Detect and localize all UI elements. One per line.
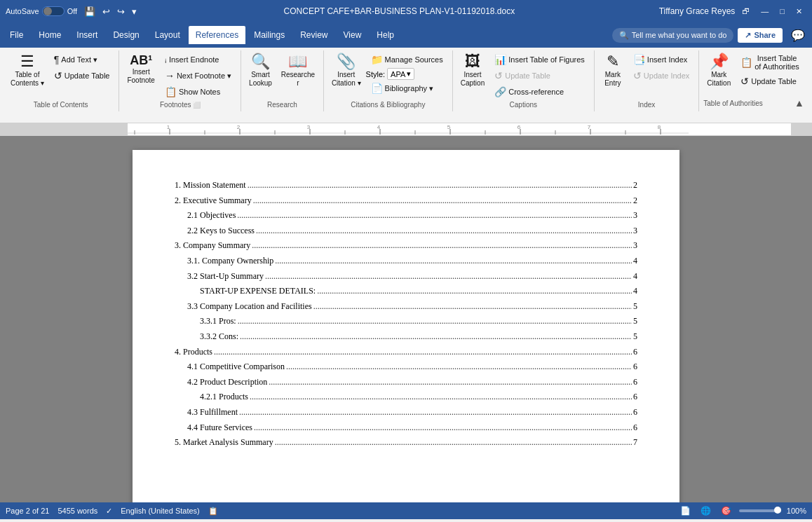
endnote-icon: ᵢ — [165, 54, 167, 65]
focus-mode-button[interactable]: 🎯 — [719, 504, 733, 517]
group-citations: 📎 InsertCitation ▾ 📁 Manage Sources Styl… — [324, 50, 453, 111]
menu-mailings[interactable]: Mailings — [247, 26, 292, 44]
close-button[interactable]: ✕ — [792, 6, 806, 18]
bibliography-icon: 📄 — [371, 83, 383, 94]
smart-lookup-icon: 🔍 — [251, 54, 270, 69]
insert-index-button[interactable]: 📑 Insert Index — [628, 52, 694, 67]
toc-page: 6 — [632, 420, 637, 436]
menu-references[interactable]: References — [189, 26, 245, 44]
mark-entry-button[interactable]: ✎ MarkEntry — [599, 52, 627, 90]
mark-entry-icon: ✎ — [607, 54, 619, 69]
web-layout-button[interactable]: 🌐 — [698, 504, 713, 517]
autosave-control[interactable]: AutoSave Off — [6, 6, 77, 16]
zoom-slider[interactable] — [739, 509, 781, 512]
toc-text: 4.1 Competitive Comparison — [187, 359, 285, 375]
captions-stack: 📊 Insert Table of Figures ↺ Update Table… — [489, 52, 590, 99]
table-of-contents-button[interactable]: ☰ Table ofContents ▾ — [7, 52, 48, 90]
redo-button[interactable]: ↪ — [114, 5, 128, 18]
track-changes-icon: 📋 — [208, 507, 218, 516]
svg-text:6: 6 — [517, 124, 521, 130]
group-citations-content: 📎 InsertCitation ▾ 📁 Manage Sources Styl… — [328, 50, 448, 99]
update-table-authorities-button[interactable]: ↺ Update Table — [736, 74, 804, 89]
menu-insert[interactable]: Insert — [69, 26, 104, 44]
toc-text: 3.3 Company Location and Facilities — [187, 299, 312, 315]
menu-file[interactable]: File — [3, 26, 30, 44]
toc-dots: ........................................… — [264, 269, 632, 284]
toc-text: 4.3 Fulfillment — [187, 405, 238, 420]
customize-qa-button[interactable]: ▾ — [129, 5, 140, 18]
print-layout-button[interactable]: 📄 — [678, 504, 693, 517]
menu-review[interactable]: Review — [293, 26, 334, 44]
toc-dots: ........................................… — [236, 314, 632, 329]
add-text-icon: ¶ — [54, 54, 60, 65]
document-area[interactable]: 1. Mission Statement ...................… — [0, 136, 812, 502]
footnotes-expand-icon[interactable]: ⬜ — [193, 102, 201, 109]
toc-entry: 4.1 Competitive Comparison .............… — [187, 359, 637, 375]
cross-reference-button[interactable]: 🔗 Cross-reference — [489, 84, 590, 99]
toc-text: 2. Executive Summary — [175, 193, 252, 209]
smart-lookup-button[interactable]: 🔍 SmartLookup — [245, 52, 276, 90]
menu-bar: File Home Insert Design Layout Reference… — [0, 22, 812, 48]
update-table-button[interactable]: ↺ Update Table — [49, 68, 115, 83]
insert-table-of-figures-button[interactable]: 📊 Insert Table of Figures — [489, 52, 590, 67]
show-notes-button[interactable]: 📋 Show Notes — [160, 84, 236, 99]
mark-citation-button[interactable]: 📌 MarkCitation — [703, 52, 734, 90]
bibliography-button[interactable]: 📄 Bibliography ▾ — [366, 81, 448, 96]
menu-layout[interactable]: Layout — [148, 26, 187, 44]
menu-help[interactable]: Help — [370, 26, 401, 44]
insert-footnote-button[interactable]: AB¹ InsertFootnote — [123, 52, 158, 87]
svg-text:5: 5 — [447, 124, 451, 130]
style-select[interactable]: APA ▾ — [387, 68, 414, 80]
minimize-button[interactable]: — — [757, 6, 773, 17]
toc-page: 5 — [632, 329, 637, 345]
toc-entry: 3.2 Start-Up Summary ...................… — [187, 269, 637, 284]
style-dropdown-icon: ▾ — [407, 69, 411, 78]
insert-table-authorities-button[interactable]: 📋 Insert Tableof Authorities — [736, 52, 804, 73]
toc-entry: 4.3 Fulfillment ........................… — [187, 405, 637, 420]
researcher-button[interactable]: 📖 Researcher — [277, 52, 319, 90]
authorities-collapse-icon[interactable]: ▲ — [794, 97, 804, 109]
update-index-icon: ↺ — [633, 70, 642, 81]
menu-view[interactable]: View — [337, 26, 369, 44]
maximize-button[interactable]: □ — [776, 6, 789, 17]
group-captions-content: 🖼 InsertCaption 📊 Insert Table of Figure… — [457, 50, 590, 99]
style-label: Style: — [366, 70, 386, 78]
zoom-thumb — [774, 507, 781, 514]
toc-entry: 2.1 Objectives .........................… — [187, 208, 637, 224]
svg-text:2: 2 — [237, 124, 241, 130]
ruler: 1 2 3 4 5 6 7 8 — [0, 123, 812, 136]
tell-me-input[interactable]: 🔍 Tell me what you want to do — [612, 28, 734, 43]
toc-entry: START-UP EXPENSE DETAILS: ..............… — [200, 284, 637, 299]
restore-window-button[interactable]: 🗗 — [738, 6, 754, 17]
toc-entry: 4. Products ............................… — [175, 345, 637, 360]
toc-page: 2 — [632, 193, 637, 209]
toc-text: 4.2 Product Description — [187, 375, 267, 390]
save-button[interactable]: 💾 — [81, 5, 98, 18]
insert-caption-button[interactable]: 🖼 InsertCaption — [457, 52, 488, 90]
menu-right-actions: 🔍 Tell me what you want to do ↗ Share 💬 — [612, 27, 809, 43]
toc-text: 3. Company Summary — [175, 238, 250, 254]
toc-dots: ........................................… — [252, 193, 632, 209]
autosave-toggle[interactable] — [42, 6, 65, 16]
toc-entry: 3. Company Summary .....................… — [175, 238, 637, 254]
toc-entry: 4.2.1 Products .........................… — [200, 390, 637, 405]
undo-button[interactable]: ↩ — [100, 5, 113, 18]
share-button[interactable]: ↗ Share — [738, 28, 783, 43]
group-label-citations: Citations & Bibliography — [328, 99, 448, 110]
menu-design[interactable]: Design — [106, 26, 146, 44]
next-footnote-button[interactable]: → Next Footnote ▾ — [160, 68, 236, 83]
proofing-icon: ✓ — [106, 507, 112, 516]
toc-text: 1. Mission Statement — [175, 178, 246, 193]
search-icon: 🔍 — [619, 31, 629, 40]
insert-citation-button[interactable]: 📎 InsertCitation ▾ — [328, 52, 365, 90]
manage-sources-button[interactable]: 📁 Manage Sources — [366, 52, 448, 67]
toc-page: 6 — [632, 405, 637, 420]
menu-home[interactable]: Home — [32, 26, 68, 44]
toc-dots: ........................................… — [285, 359, 632, 375]
add-text-button[interactable]: ¶ Add Text ▾ — [49, 52, 115, 67]
toc-text: 4.4 Future Services — [187, 420, 252, 436]
comments-button[interactable]: 💬 — [787, 27, 809, 43]
insert-endnote-button[interactable]: ᵢ Insert Endnote — [160, 52, 236, 67]
toc-dots: ........................................… — [238, 405, 632, 420]
group-table-authorities: 📌 MarkCitation 📋 Insert Tableof Authorit… — [699, 50, 808, 111]
